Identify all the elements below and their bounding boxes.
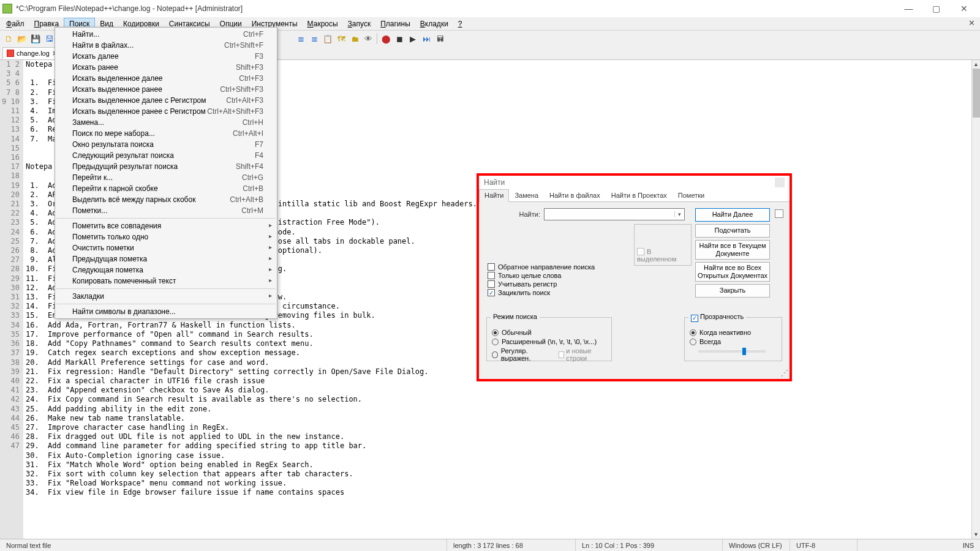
find-dialog-tabs: НайтиЗаменаНайти в файлахНайти в Проекта… <box>479 189 790 202</box>
match-case-check[interactable]: Учитывать регистр <box>488 280 595 288</box>
dialog-close-icon[interactable] <box>775 178 785 187</box>
menu-item[interactable]: Искать выделенное ранееCtrl+Shift+F3 <box>55 84 277 95</box>
menu-item[interactable]: Следующий результат поискаF4 <box>55 150 277 161</box>
menu-item[interactable]: Замена...Ctrl+H <box>55 117 277 128</box>
window-title: *C:\Program Files\Notepad++\change.log -… <box>16 4 895 13</box>
scroll-up-icon[interactable]: ▲ <box>972 60 980 69</box>
find-tab-3[interactable]: Найти в Проектах <box>606 189 673 201</box>
find-tab-2[interactable]: Найти в файлах <box>544 189 606 201</box>
menu-item[interactable]: Найти в файлах...Ctrl+Shift+F <box>55 40 277 51</box>
new-file-icon[interactable]: 🗋 <box>2 32 15 45</box>
status-ins: INS <box>858 539 980 551</box>
menu-item[interactable]: Закладки <box>55 291 277 302</box>
toolbar-separator <box>377 33 377 44</box>
menu-item[interactable]: Искать далееF3 <box>55 51 277 62</box>
save-macro-icon[interactable]: 🖬 <box>434 32 446 45</box>
transparency-check[interactable]: ✓ <box>691 315 698 322</box>
menu-item[interactable]: Искать выделенное далееCtrl+F3 <box>55 73 277 84</box>
menu-item[interactable]: Очистить пометки <box>55 242 277 253</box>
menu-item[interactable]: Предыдущий результат поискаShift+F4 <box>55 161 277 172</box>
find-dialog: Найти НайтиЗаменаНайти в файлахНайти в П… <box>477 173 792 381</box>
find-all-current-button[interactable]: Найти все в Текущем Документе <box>695 240 770 260</box>
menu-item[interactable]: Искать выделенное ранее с РегистромCtrl+… <box>55 106 277 117</box>
menu-файл[interactable]: Файл <box>1 18 29 29</box>
wrap-check[interactable]: ✓Зациклить поиск <box>488 289 595 296</box>
menu-плагины[interactable]: Плагины <box>375 18 415 29</box>
menu-макросы[interactable]: Макросы <box>303 18 343 29</box>
save-icon[interactable]: 💾 <box>29 32 42 45</box>
transparency-legend: ✓Прозрачность <box>688 313 746 322</box>
status-type: Normal text file <box>0 539 447 551</box>
doc-map-icon[interactable]: 🗺 <box>335 32 347 45</box>
trans-inactive-radio[interactable]: Когда неактивно <box>690 329 777 336</box>
folder-icon[interactable]: 🖿 <box>349 32 361 45</box>
play-multi-icon[interactable]: ⏭ <box>420 32 432 45</box>
menu-вкладки[interactable]: Вкладки <box>415 18 453 29</box>
find-next-button[interactable]: Найти Далее <box>695 208 770 222</box>
menu-item[interactable]: Пометки...Ctrl+M <box>55 205 277 216</box>
status-eol: Windows (CR LF) <box>723 539 790 551</box>
status-length: length : 3 172 lines : 68 <box>447 539 576 551</box>
play-macro-icon[interactable]: ▶ <box>407 32 419 45</box>
outdent-icon[interactable]: ≣ <box>308 32 320 45</box>
tab-changelog[interactable]: change.log ✕ <box>2 47 62 59</box>
menu-item[interactable]: Пометить только одно <box>55 231 277 242</box>
menu-item[interactable]: Найти...Ctrl+F <box>55 29 277 40</box>
func-list-icon[interactable]: 📋 <box>322 32 334 45</box>
find-input[interactable]: ▾ <box>544 208 685 220</box>
find-dialog-title: Найти <box>484 178 505 187</box>
menu-item[interactable]: Копировать помеченный текст <box>55 276 277 287</box>
monitor-icon[interactable]: 👁 <box>362 32 374 45</box>
dropdown-icon[interactable]: ▾ <box>674 211 684 217</box>
mode-normal-radio[interactable]: Обычный <box>492 329 606 336</box>
menu-item[interactable]: Поиск по мере набора...Ctrl+Alt+I <box>55 128 277 139</box>
status-bar: Normal text file length : 3 172 lines : … <box>0 539 980 551</box>
menu-item[interactable]: Окно результата поискаF7 <box>55 139 277 150</box>
find-dialog-title-bar[interactable]: Найти <box>479 176 790 189</box>
find-tab-0[interactable]: Найти <box>479 189 509 202</box>
stop-macro-icon[interactable]: ◼ <box>393 32 405 45</box>
search-menu-dropdown: Найти...Ctrl+FНайти в файлах...Ctrl+Shif… <box>55 27 277 319</box>
find-label: Найти: <box>485 211 540 218</box>
resize-grip-icon[interactable]: ⋰ <box>781 369 788 377</box>
mode-extended-radio[interactable]: Расширенный (\n, \r, \t, \0, \x...) <box>492 338 606 345</box>
menu-item[interactable]: Перейти к парной скобкеCtrl+B <box>55 183 277 194</box>
count-button[interactable]: Подсчитать <box>695 224 770 238</box>
title-bar: *C:\Program Files\Notepad++\change.log -… <box>0 0 980 17</box>
find-all-open-button[interactable]: Найти все во Всех Открытых Документах <box>695 262 770 282</box>
find-tab-1[interactable]: Замена <box>509 189 544 201</box>
mode-regex-radio[interactable]: Регуляр. выражен.и новые строки <box>492 347 606 362</box>
transparency-slider[interactable] <box>698 350 766 353</box>
find-tab-4[interactable]: Пометки <box>673 189 710 201</box>
close-button[interactable]: Закрыть <box>695 284 770 298</box>
tab-label: change.log <box>17 50 50 57</box>
maximize-button[interactable]: ▢ <box>922 0 950 17</box>
menu-item[interactable]: Искать ранееShift+F3 <box>55 62 277 73</box>
trans-always-radio[interactable]: Всегда <box>690 338 777 345</box>
menu-item[interactable]: Выделить всё между парных скобокCtrl+Alt… <box>55 194 277 205</box>
indent-icon[interactable]: ≣ <box>295 32 307 45</box>
menu-item[interactable]: Искать выделенное далее с РегистромCtrl+… <box>55 95 277 106</box>
menu-?[interactable]: ? <box>453 18 467 29</box>
open-file-icon[interactable]: 📂 <box>16 32 28 45</box>
backward-check[interactable]: Обратное направление поиска <box>488 263 595 271</box>
menu-item[interactable]: Предыдущая пометка <box>55 253 277 264</box>
record-macro-icon[interactable]: ⬤ <box>380 32 392 45</box>
menu-item[interactable]: Пометить все совпадения <box>55 220 277 231</box>
menu-item[interactable]: Найти символы в диапазоне... <box>55 306 277 317</box>
close-button[interactable]: ✕ <box>950 0 978 17</box>
vertical-scrollbar[interactable]: ▲ ▼ <box>971 60 980 539</box>
menu-запуск[interactable]: Запуск <box>343 18 376 29</box>
menu-item[interactable]: Следующая пометка <box>55 264 277 276</box>
whole-word-check[interactable]: Только целые слова <box>488 272 595 279</box>
scroll-down-icon[interactable]: ▼ <box>972 530 980 539</box>
save-all-icon[interactable]: 🖫 <box>43 32 55 45</box>
find-options-checks: Обратное направление поиска Только целые… <box>488 263 595 296</box>
transparency-group: ✓Прозрачность Когда неактивно Всегда <box>684 317 782 361</box>
scroll-thumb[interactable] <box>973 69 980 118</box>
minimize-button[interactable]: — <box>895 0 922 17</box>
secondary-close-button[interactable]: ✕ <box>965 17 979 29</box>
app-icon <box>2 4 12 13</box>
direction-toggle[interactable] <box>775 209 783 218</box>
menu-item[interactable]: Перейти к...Ctrl+G <box>55 172 277 183</box>
